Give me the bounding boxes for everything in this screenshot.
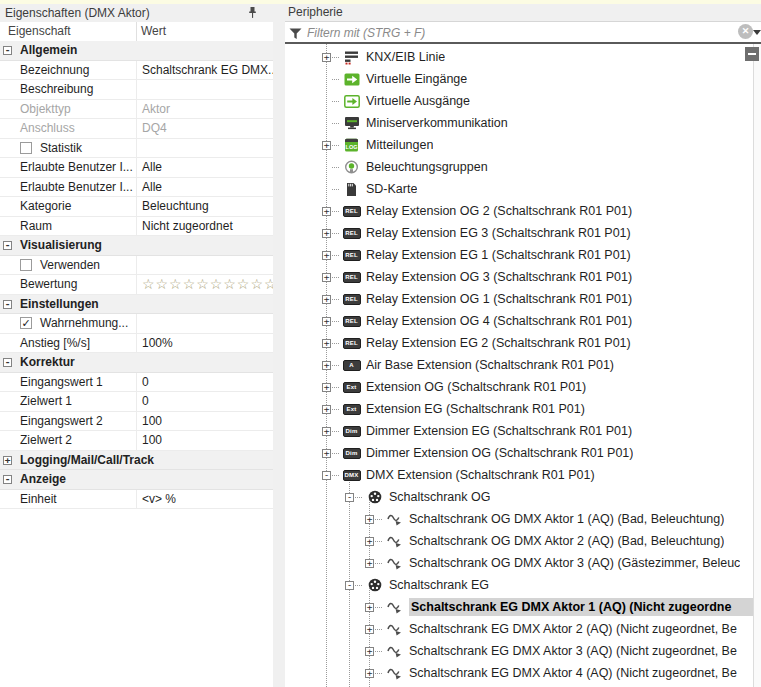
section-row[interactable]: -Allgemein	[0, 41, 273, 61]
tree-item-label[interactable]: Virtuelle Eingänge	[366, 72, 467, 86]
collapse-icon[interactable]: -	[322, 471, 331, 480]
section-row[interactable]: -Einstellungen	[0, 295, 273, 315]
expand-icon[interactable]: +	[365, 515, 374, 524]
pin-icon[interactable]	[247, 6, 259, 20]
property-value[interactable]	[137, 314, 273, 333]
tree-item[interactable]: Virtuelle Ausgänge	[285, 90, 754, 112]
property-value[interactable]: Alle	[137, 178, 273, 197]
expand-icon[interactable]: +	[365, 669, 374, 678]
property-value[interactable]: 0	[137, 373, 273, 392]
section-row[interactable]: -Korrektur	[0, 353, 273, 373]
tree-item-label[interactable]: Schaltschrank OG DMX Aktor 3 (AQ) (Gäste…	[409, 556, 740, 570]
property-row[interactable]: Zielwert 10	[0, 392, 273, 412]
property-value[interactable]: Aktor	[137, 100, 273, 119]
tree-item[interactable]: +RELRelay Extension EG 2 (Schaltschrank …	[285, 332, 754, 354]
tree-item[interactable]: SD-Karte	[285, 178, 754, 200]
tree-item-label[interactable]: Schaltschrank OG DMX Aktor 2 (AQ) (Bad, …	[409, 534, 724, 548]
expand-icon[interactable]: +	[322, 427, 331, 436]
expand-icon[interactable]: +	[322, 339, 331, 348]
property-row[interactable]: Anstieg [%/s]100%	[0, 334, 273, 354]
property-value[interactable]: Schaltschrank EG DMX...	[137, 61, 273, 80]
tree-item[interactable]: +Schaltschrank EG DMX Aktor 2 (AQ) (Nich…	[285, 618, 754, 640]
tree-item[interactable]: Virtuelle Eingänge	[285, 68, 754, 90]
tree-item-label[interactable]: Dimmer Extension OG (Schaltschrank R01 P…	[366, 446, 633, 460]
property-value[interactable]	[137, 139, 273, 158]
filter-input[interactable]	[305, 23, 719, 42]
property-value[interactable]: 100	[137, 412, 273, 431]
filter-clear-icon[interactable]: ✕	[738, 24, 753, 39]
property-value[interactable]	[137, 256, 273, 275]
tree-item-label[interactable]: Mitteilungen	[366, 138, 433, 152]
expand-icon[interactable]: +	[322, 273, 331, 282]
expand-icon[interactable]: +	[322, 251, 331, 260]
tree-item-label[interactable]: Relay Extension EG 1 (Schaltschrank R01 …	[366, 248, 631, 262]
tree-item[interactable]: +ExtExtension EG (Schaltschrank R01 P01)	[285, 398, 754, 420]
checkbox-checked[interactable]: ✓	[20, 317, 32, 329]
tree-item[interactable]: +Schaltschrank EG DMX Aktor 3 (AQ) (Nich…	[285, 640, 754, 662]
collapse-icon[interactable]: -	[3, 46, 12, 55]
property-row[interactable]: ObjekttypAktor	[0, 100, 273, 120]
property-row[interactable]: Verwenden	[0, 256, 273, 276]
collapse-icon[interactable]: -	[3, 241, 12, 250]
property-row[interactable]: RaumNicht zugeordnet	[0, 217, 273, 237]
expand-icon[interactable]: +	[322, 53, 331, 62]
tree-item-label[interactable]: Relay Extension OG 1 (Schaltschrank R01 …	[366, 292, 632, 306]
tree-item[interactable]: +DimDimmer Extension EG (Schaltschrank R…	[285, 420, 754, 442]
tree-item[interactable]: Beleuchtungsgruppen	[285, 156, 754, 178]
expand-icon[interactable]: +	[322, 229, 331, 238]
expand-icon[interactable]: +	[365, 647, 374, 656]
property-value[interactable]: Alle	[137, 158, 273, 177]
expand-icon[interactable]: +	[322, 361, 331, 370]
section-row[interactable]: -Visualisierung	[0, 236, 273, 256]
section-row[interactable]: +Logging/Mail/Call/Track	[0, 451, 273, 471]
tree-item[interactable]: +LOGMitteilungen	[285, 134, 754, 156]
tree-item[interactable]: +Schaltschrank OG DMX Aktor 2 (AQ) (Bad,…	[285, 530, 754, 552]
expand-icon[interactable]: +	[322, 405, 331, 414]
tree-item[interactable]: +RELRelay Extension EG 3 (Schaltschrank …	[285, 222, 754, 244]
property-value[interactable]: 100	[137, 431, 273, 450]
tree-item-label[interactable]: Miniserverkommunikation	[366, 116, 508, 130]
property-value[interactable]: Beleuchtung	[137, 197, 273, 216]
tree-item[interactable]: +Schaltschrank EG DMX Aktor 1 (AQ) (Nich…	[285, 596, 754, 618]
tree-scrollbar[interactable]	[753, 44, 761, 687]
property-row[interactable]: Beschreibung	[0, 80, 273, 100]
tree-item-label[interactable]: Relay Extension OG 2 (Schaltschrank R01 …	[366, 204, 632, 218]
collapse-icon[interactable]: -	[3, 475, 12, 484]
expand-icon[interactable]: +	[322, 449, 331, 458]
property-value[interactable]: 100%	[137, 334, 273, 353]
tree-item-label[interactable]: Air Base Extension (Schaltschrank R01 P0…	[366, 358, 614, 372]
tree-item[interactable]: +RELRelay Extension OG 4 (Schaltschrank …	[285, 310, 754, 332]
tree-item[interactable]: +Schaltschrank OG DMX Aktor 1 (AQ) (Bad,…	[285, 508, 754, 530]
tree-item-label[interactable]: Extension OG (Schaltschrank R01 P01)	[366, 380, 586, 394]
expand-icon[interactable]: +	[365, 537, 374, 546]
property-value[interactable]: <v> %	[137, 490, 273, 509]
expand-icon[interactable]: +	[365, 603, 374, 612]
tree-item-label[interactable]: DMX Extension (Schaltschrank R01 P01)	[366, 468, 595, 482]
tree-item-label[interactable]: Relay Extension EG 3 (Schaltschrank R01 …	[366, 226, 631, 240]
property-row[interactable]: Bewertung☆☆☆☆☆☆☆☆☆☆	[0, 275, 273, 295]
property-row[interactable]: Eingangswert 10	[0, 373, 273, 393]
tree-item[interactable]: -Schaltschrank OG	[285, 486, 754, 508]
tree-item[interactable]: +Schaltschrank EG DMX Aktor 4 (AQ) (Nich…	[285, 662, 754, 684]
tree-item[interactable]: +ExtExtension OG (Schaltschrank R01 P01)	[285, 376, 754, 398]
tree-item-label[interactable]: SD-Karte	[366, 182, 417, 196]
tree-item-label[interactable]: Relay Extension OG 4 (Schaltschrank R01 …	[366, 314, 632, 328]
tree-item[interactable]: +AAir Base Extension (Schaltschrank R01 …	[285, 354, 754, 376]
property-value[interactable]: Nicht zugeordnet	[137, 217, 273, 236]
tree-item[interactable]: Miniserverkommunikation	[285, 112, 754, 134]
tree-item-label[interactable]: Virtuelle Ausgänge	[366, 94, 470, 108]
tree-item[interactable]: +Schaltschrank OG DMX Aktor 3 (AQ) (Gäst…	[285, 552, 754, 574]
filter-options-arrow-icon[interactable]	[753, 30, 761, 35]
collapse-icon[interactable]: -	[3, 300, 12, 309]
tree-item[interactable]: +RELRelay Extension OG 3 (Schaltschrank …	[285, 266, 754, 288]
tree-item-label[interactable]: Extension EG (Schaltschrank R01 P01)	[366, 402, 585, 416]
expand-icon[interactable]: +	[322, 141, 331, 150]
property-value[interactable]	[137, 80, 273, 99]
tree-item[interactable]: -Schaltschrank EG	[285, 574, 754, 596]
property-row[interactable]: BezeichnungSchaltschrank EG DMX...	[0, 61, 273, 81]
tree-item-label[interactable]: Beleuchtungsgruppen	[366, 160, 488, 174]
checkbox-unchecked[interactable]	[20, 259, 32, 271]
tree-item-label[interactable]: Dimmer Extension EG (Schaltschrank R01 P…	[366, 424, 632, 438]
expand-icon[interactable]: +	[322, 295, 331, 304]
tree-item-label[interactable]: Schaltschrank EG	[389, 578, 489, 592]
